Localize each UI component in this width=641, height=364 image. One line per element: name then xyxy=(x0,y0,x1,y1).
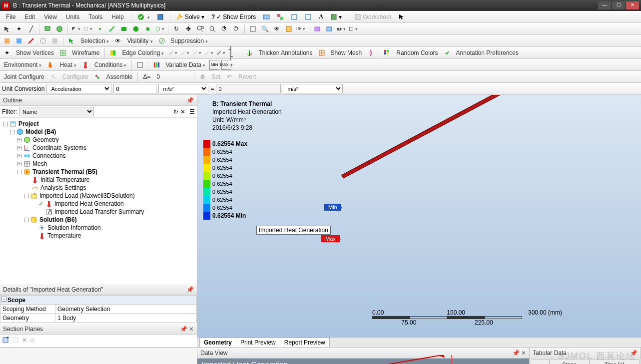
selection-dd[interactable]: Selection xyxy=(78,37,111,44)
edge-coloring-icon[interactable] xyxy=(108,48,118,58)
solve-button[interactable]: Solve ▾ xyxy=(173,13,207,21)
random-colors-icon[interactable] xyxy=(382,48,392,58)
select-face-icon[interactable] xyxy=(42,24,52,34)
tb-icon-d[interactable] xyxy=(302,13,315,21)
close-button[interactable]: ✕ xyxy=(626,1,639,9)
edge-2-icon[interactable] xyxy=(180,48,190,58)
tb2-c-icon[interactable] xyxy=(26,36,36,46)
variable-data-icon[interactable] xyxy=(151,60,161,70)
face-green-icon[interactable] xyxy=(119,24,129,34)
section-pin-icon[interactable]: 📌 ✕ xyxy=(180,326,194,333)
unit-unit2-select[interactable]: m/s² xyxy=(283,84,343,93)
filter-collapse-icon[interactable]: ☰ xyxy=(189,108,195,115)
view-iso-icon[interactable] xyxy=(248,24,258,34)
vertex-green-icon[interactable] xyxy=(95,24,105,34)
node-model[interactable]: Model (B4) xyxy=(25,128,56,136)
tool-icon[interactable] xyxy=(154,13,167,21)
tabular-pin-icon[interactable]: 📌 xyxy=(630,350,638,357)
node-transient[interactable]: Transient Thermal (B5) xyxy=(32,168,97,176)
edge-1-icon[interactable] xyxy=(168,48,178,58)
menu-units[interactable]: Units xyxy=(62,12,83,21)
show-vertices-icon[interactable]: ✦ xyxy=(2,48,12,58)
variable-data-dd[interactable]: Variable Data xyxy=(163,61,207,68)
tb-icon-c[interactable] xyxy=(288,13,301,21)
menu-view[interactable]: View xyxy=(40,12,61,21)
misc-dd[interactable] xyxy=(348,24,358,34)
details-v0[interactable]: Geometry Selection xyxy=(55,305,197,314)
env-a-icon[interactable] xyxy=(135,60,145,70)
node-analysis-settings[interactable]: Analysis Settings xyxy=(40,184,86,192)
node-solution[interactable]: Solution (B6) xyxy=(39,216,77,224)
capture-dd[interactable] xyxy=(336,24,346,34)
rotate-icon[interactable]: ↻ xyxy=(171,24,181,34)
thicken-icon[interactable] xyxy=(244,48,254,58)
details-v1[interactable]: 1 Body xyxy=(55,314,197,323)
menu-tools[interactable]: Tools xyxy=(84,12,106,21)
select-box-dd[interactable] xyxy=(83,24,93,34)
node-imported-heat[interactable]: Imported Heat Generation xyxy=(54,200,124,208)
pin-icon[interactable]: 📌 xyxy=(186,97,194,104)
tabular-table[interactable]: Steps Time [s] 1 1 3.e-002 xyxy=(531,360,640,364)
show-mesh-button[interactable]: Show Mesh xyxy=(329,49,364,56)
view-look-icon[interactable]: 👁 xyxy=(272,24,282,34)
zoom-box-icon[interactable] xyxy=(195,24,205,34)
select-arrow-icon[interactable] xyxy=(2,24,12,34)
select-body-icon[interactable] xyxy=(54,24,64,34)
cursor-icon[interactable] xyxy=(395,13,408,21)
details-pin-icon[interactable]: 📌 xyxy=(186,286,194,293)
tb-icon-b[interactable] xyxy=(274,13,287,21)
node-imported-load[interactable]: Imported Load (Maxwell3DSolution) xyxy=(39,192,135,200)
tb2-b-icon[interactable] xyxy=(14,36,24,46)
thicken-button[interactable]: Thicken Annotations xyxy=(256,49,314,56)
body-green-icon[interactable] xyxy=(131,24,141,34)
pan-icon[interactable]: ✥ xyxy=(183,24,193,34)
zoom-out-icon[interactable]: - xyxy=(231,24,241,34)
show-vertices-button[interactable]: Show Vertices xyxy=(14,49,56,56)
edge-green-icon[interactable] xyxy=(107,24,117,34)
tb-icon-f[interactable]: ▾ xyxy=(327,13,345,21)
visibility-dd[interactable]: Visibility xyxy=(125,37,154,44)
dv-pin-icon[interactable]: 📌 ✕ xyxy=(512,350,526,357)
node-coord[interactable]: Coordinate Systems xyxy=(32,144,86,152)
show-mesh-icon[interactable] xyxy=(317,48,327,58)
unit-unit1-select[interactable]: m/s² xyxy=(158,84,208,93)
annot-prefs-icon[interactable] xyxy=(442,48,452,58)
graphics-viewport[interactable]: B: Transient Thermal Imported Heat Gener… xyxy=(197,95,641,347)
filter-clear-icon[interactable]: ✕ xyxy=(180,108,185,115)
select-edge-icon[interactable]: ╱ xyxy=(26,24,36,34)
tab-report-preview[interactable]: Report Preview xyxy=(280,338,330,347)
node-connections[interactable]: Connections xyxy=(32,152,66,160)
outline-tree[interactable]: -Project -Model (B4) +Geometry +Coordina… xyxy=(0,118,197,284)
node-green-icon[interactable] xyxy=(143,24,153,34)
suppression-dd[interactable]: Suppression xyxy=(169,37,210,44)
tb-icon-e[interactable]: A xyxy=(316,12,326,21)
filter-refresh-icon[interactable]: ↻ xyxy=(173,108,178,115)
min-scope-icon[interactable]: MIN xyxy=(209,60,219,70)
zoom-fit-icon[interactable] xyxy=(207,24,217,34)
assemble-button[interactable]: Assemble xyxy=(104,73,135,80)
node-geometry[interactable]: Geometry xyxy=(32,136,59,144)
menu-edit[interactable]: Edit xyxy=(20,12,39,21)
view-front-icon[interactable] xyxy=(284,24,294,34)
maximize-button[interactable]: ☐ xyxy=(612,1,625,9)
ok-icon[interactable] xyxy=(134,13,153,21)
heat-dd[interactable]: Heat xyxy=(57,61,78,68)
menu-file[interactable]: File xyxy=(2,12,19,21)
conditions-dd[interactable]: Conditions xyxy=(92,61,129,68)
wireframe-button[interactable]: Wireframe xyxy=(70,49,101,56)
environment-dd[interactable]: Environment xyxy=(2,61,43,68)
unit-value1-input[interactable] xyxy=(113,84,156,93)
select-mode-dd[interactable] xyxy=(71,24,81,34)
view-iso-dd[interactable]: ISO xyxy=(296,24,306,34)
suppression-icon[interactable] xyxy=(157,36,167,46)
tb2-a-icon[interactable] xyxy=(2,36,12,46)
tb2-e-icon[interactable] xyxy=(50,36,60,46)
image-a-icon[interactable] xyxy=(312,24,322,34)
unit-value2-input[interactable] xyxy=(216,84,281,93)
menu-help[interactable]: Help xyxy=(107,12,128,21)
image-b-icon[interactable] xyxy=(324,24,334,34)
node-mesh[interactable]: Mesh xyxy=(32,160,47,168)
tab-geometry[interactable]: Geometry xyxy=(199,338,236,347)
minimize-button[interactable]: — xyxy=(598,1,611,9)
node-transfer-summary[interactable]: Imported Load Transfer Summary xyxy=(54,208,144,216)
